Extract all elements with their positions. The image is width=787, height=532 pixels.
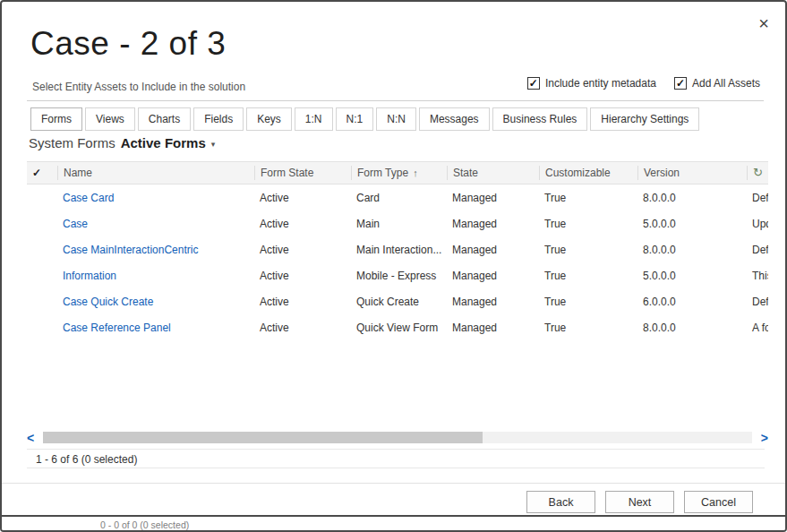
form-type-cell: Mobile - Express (351, 270, 447, 282)
close-icon[interactable]: × (758, 14, 769, 32)
form-type-cell: Main (351, 218, 447, 230)
checkbox-checked-icon: ✓ (527, 77, 540, 90)
tab-keys[interactable]: Keys (246, 107, 292, 131)
forms-grid: ✓ Name Form State Form Type↑ State Custo… (27, 161, 768, 340)
column-header-form-type[interactable]: Form Type↑ (351, 166, 447, 180)
tab-n-to-n[interactable]: N:N (376, 107, 416, 131)
state-cell: Managed (447, 244, 539, 256)
version-cell: 5.0.0.0 (637, 218, 747, 230)
customizable-cell: True (539, 192, 637, 204)
header-divider (27, 100, 764, 101)
tab-forms[interactable]: Forms (30, 107, 82, 131)
description-cell: Def (747, 192, 768, 204)
scroll-left-icon[interactable]: < (27, 431, 43, 445)
form-type-cell: Card (351, 192, 447, 204)
form-state-cell: Active (254, 270, 351, 282)
select-all-header[interactable]: ✓ (27, 166, 57, 180)
table-row[interactable]: Information Active Mobile - Express Mana… (27, 262, 768, 288)
scroll-right-icon[interactable]: > (752, 431, 768, 445)
table-row[interactable]: Case Active Main Managed True 5.0.0.0 Up… (27, 210, 768, 236)
chevron-down-icon[interactable]: ▾ (211, 138, 216, 149)
sort-ascending-icon: ↑ (413, 167, 418, 178)
table-row[interactable]: Case Quick Create Active Quick Create Ma… (27, 288, 768, 314)
form-state-cell: Active (254, 192, 351, 204)
checkbox-label: Include entity metadata (545, 77, 656, 90)
grid-header-row: ✓ Name Form State Form Type↑ State Custo… (27, 161, 768, 184)
cancel-button[interactable]: Cancel (684, 491, 753, 513)
horizontal-scrollbar: < > (27, 431, 768, 444)
include-entity-metadata-checkbox[interactable]: ✓ Include entity metadata (527, 77, 656, 90)
column-header-state[interactable]: State (447, 166, 539, 180)
form-name-link[interactable]: Case Reference Panel (57, 322, 254, 334)
record-count-status: 1 - 6 of 6 (0 selected) (27, 449, 765, 468)
state-cell: Managed (447, 270, 539, 282)
customizable-cell: True (539, 244, 637, 256)
metadata-options: ✓ Include entity metadata ✓ Add All Asse… (527, 77, 760, 90)
asset-type-tabs: Forms Views Charts Fields Keys 1:N N:1 N… (30, 107, 699, 131)
form-state-cell: Active (254, 322, 351, 334)
wizard-buttons: Back Next Cancel (526, 491, 753, 513)
form-name-link[interactable]: Case Quick Create (57, 296, 254, 308)
back-button[interactable]: Back (526, 491, 595, 513)
customizable-cell: True (539, 270, 637, 282)
state-cell: Managed (447, 218, 539, 230)
view-dropdown[interactable]: Active Forms (121, 135, 206, 150)
form-state-cell: Active (254, 218, 351, 230)
checkbox-label: Add All Assets (692, 77, 760, 90)
form-state-cell: Active (254, 244, 351, 256)
description-cell: Def (747, 244, 768, 256)
tab-views[interactable]: Views (85, 107, 135, 131)
form-name-link[interactable]: Case (57, 218, 254, 230)
form-type-cell: Main Interaction... (351, 244, 447, 256)
tab-1-to-n[interactable]: 1:N (295, 107, 333, 131)
description-cell: Upd (747, 218, 768, 230)
table-row[interactable]: Case Card Active Card Managed True 8.0.0… (27, 184, 768, 210)
tab-charts[interactable]: Charts (138, 107, 191, 131)
state-cell: Managed (447, 192, 539, 204)
background-window: 0 - 0 of 0 (0 selected) (2, 517, 785, 530)
table-row[interactable]: Case Reference Panel Active Quick View F… (27, 314, 768, 340)
tab-n-to-1[interactable]: N:1 (336, 107, 374, 131)
form-state-cell: Active (254, 296, 351, 308)
version-cell: 8.0.0.0 (637, 244, 747, 256)
customizable-cell: True (539, 322, 637, 334)
version-cell: 6.0.0.0 (637, 296, 747, 308)
version-cell: 8.0.0.0 (637, 322, 747, 334)
form-type-cell: Quick View Form (351, 322, 447, 334)
footer-divider (2, 483, 785, 484)
description-cell: A fo (747, 322, 768, 334)
column-header-label: Form Type (357, 167, 408, 179)
tab-fields[interactable]: Fields (193, 107, 244, 131)
customizable-cell: True (539, 218, 637, 230)
state-cell: Managed (447, 296, 539, 308)
state-cell: Managed (447, 322, 539, 334)
background-record-count: 0 - 0 of 0 (0 selected) (100, 519, 189, 530)
tab-hierarchy-settings[interactable]: Hierarchy Settings (590, 107, 699, 131)
form-name-link[interactable]: Information (57, 270, 254, 282)
checkbox-checked-icon: ✓ (674, 77, 687, 90)
scrollbar-track[interactable] (43, 432, 752, 443)
column-header-description[interactable]: ↻ (747, 166, 768, 180)
version-cell: 5.0.0.0 (637, 270, 747, 282)
filter-label: System Forms (29, 135, 115, 150)
customizable-cell: True (539, 296, 637, 308)
form-name-link[interactable]: Case Card (57, 192, 254, 204)
table-row[interactable]: Case MainInteractionCentric Active Main … (27, 236, 768, 262)
version-cell: 8.0.0.0 (637, 192, 747, 204)
tab-business-rules[interactable]: Business Rules (492, 107, 588, 131)
description-cell: This (747, 270, 768, 282)
solution-asset-dialog: × Case - 2 of 3 Select Entity Assets to … (0, 0, 787, 532)
column-header-name[interactable]: Name (57, 166, 254, 180)
scrollbar-thumb[interactable] (43, 432, 483, 443)
column-header-customizable[interactable]: Customizable (539, 166, 637, 180)
form-name-link[interactable]: Case MainInteractionCentric (57, 244, 254, 256)
add-all-assets-checkbox[interactable]: ✓ Add All Assets (674, 77, 760, 90)
form-type-cell: Quick Create (351, 296, 447, 308)
column-header-version[interactable]: Version (637, 166, 747, 180)
page-title: Case - 2 of 3 (30, 25, 226, 63)
column-header-form-state[interactable]: Form State (254, 166, 351, 180)
refresh-icon: ↻ (753, 166, 763, 179)
tab-messages[interactable]: Messages (419, 107, 490, 131)
next-button[interactable]: Next (605, 491, 674, 513)
page-subtitle: Select Entity Assets to Include in the s… (32, 81, 245, 93)
